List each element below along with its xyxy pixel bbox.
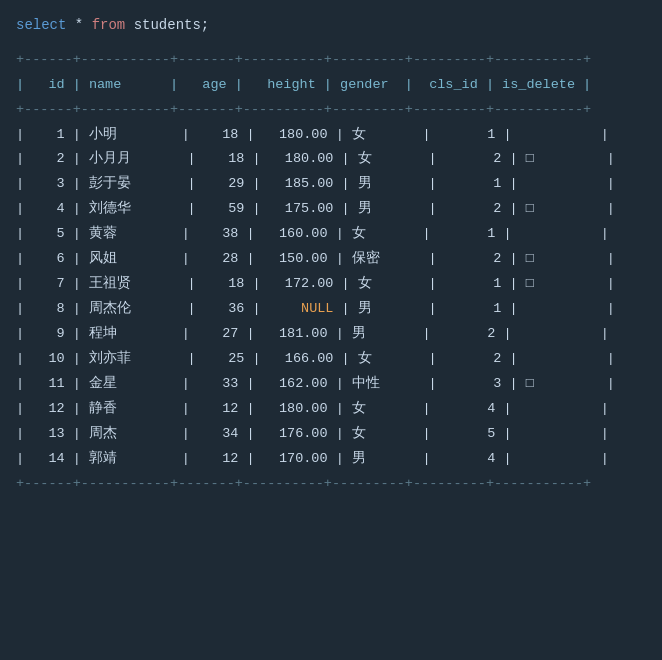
- terminal-output: select * from students; +------+--------…: [16, 16, 646, 497]
- table-pre: +------+-----------+-------+----------+-…: [16, 48, 646, 497]
- from-keyword: from: [92, 17, 126, 33]
- query-rest: *: [75, 17, 92, 33]
- table-output: +------+-----------+-------+----------+-…: [16, 48, 646, 497]
- select-keyword: select: [16, 17, 66, 33]
- table-name: students;: [134, 17, 210, 33]
- sql-query-line: select * from students;: [16, 16, 646, 36]
